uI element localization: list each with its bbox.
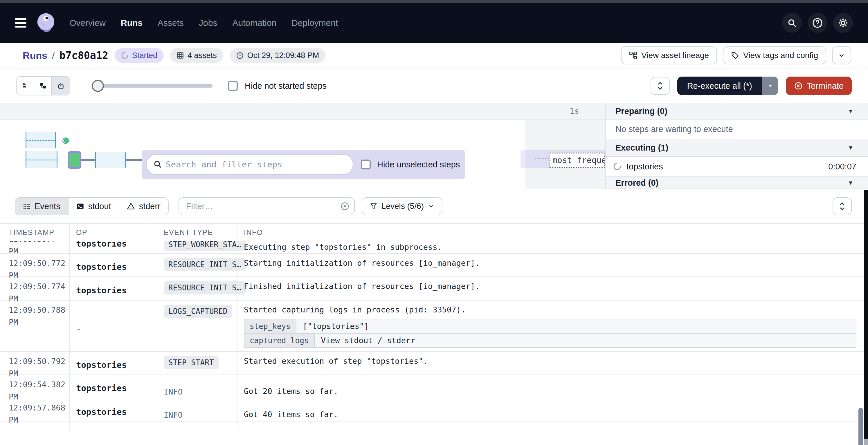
reexecute-all-button[interactable]: Re-execute all (*) (677, 77, 762, 95)
run-actions-dropdown-button[interactable] (832, 46, 851, 64)
clear-filter-icon[interactable] (340, 202, 349, 211)
zoom-slider[interactable] (93, 80, 213, 92)
funnel-icon (370, 203, 377, 210)
spinner-icon (121, 52, 129, 59)
event-type-cell: INFO (157, 375, 237, 398)
event-type-chip: STEP_WORKER_STA… (164, 241, 246, 251)
zoom-slider-track[interactable] (93, 84, 213, 88)
gantt-step-label[interactable]: most_frequent (549, 152, 605, 168)
gantt-queued-step-box[interactable] (26, 132, 56, 148)
executing-section-header[interactable]: Executing (1) ▼ (606, 139, 868, 157)
hide-not-started-checkbox[interactable] (228, 81, 238, 91)
executing-step-row[interactable]: topstories 0:00:07 (606, 157, 868, 177)
assets-count-badge[interactable]: 4 assets (170, 48, 223, 63)
reexecute-all-label: Re-execute all (*) (687, 81, 752, 91)
waterfall-view-button[interactable] (34, 77, 52, 95)
nav-item-assets[interactable]: Assets (158, 18, 184, 28)
info-cell: Got 40 items so far. (237, 398, 868, 421)
tab-events[interactable]: Events (16, 198, 68, 215)
tab-stderr[interactable]: stderr (119, 198, 168, 215)
run-header-row: Runs / b7c80a12 Started 4 assets Oct 29,… (0, 43, 868, 68)
col-header-event-type: EVENT TYPE (157, 228, 237, 237)
status-badge-label: Started (132, 51, 157, 60)
tag-icon (731, 52, 739, 60)
nav-item-automation[interactable]: Automation (232, 18, 276, 28)
errored-section-header[interactable]: Errored (0) ▼ (606, 177, 868, 189)
timestamp-cell: 12:09:54.382PM (0, 375, 69, 398)
dagster-logo-icon[interactable] (35, 11, 57, 34)
levels-filter-button[interactable]: Levels (5/6) (362, 197, 442, 215)
chevron-down-icon (838, 52, 845, 59)
collapse-triangle-icon[interactable]: ▼ (848, 108, 854, 114)
gantt-running-step-bar[interactable] (68, 151, 81, 169)
hamburger-menu-icon[interactable] (15, 16, 26, 30)
executing-title: Executing (1) (615, 143, 668, 152)
hide-unselected-checkbox[interactable] (361, 160, 371, 169)
collapse-triangle-icon[interactable]: ▼ (848, 179, 854, 186)
timestamp-cell: 12:09:50.788PM (0, 301, 69, 351)
event-row[interactable]: 12:09:54.382PM topstories INFO Got 20 it… (0, 375, 868, 398)
help-icon[interactable] (808, 13, 827, 33)
event-row[interactable]: 12:09:57.868PM topstories INFO Got 40 it… (0, 398, 868, 422)
timestamp-cell: 12:09:57.868PM (0, 398, 69, 421)
event-type-cell: LOGS_CAPTURED (157, 301, 237, 351)
expand-log-panel-button[interactable] (833, 197, 852, 215)
clock-icon (236, 52, 244, 60)
nav-item-jobs[interactable]: Jobs (199, 18, 217, 28)
start-time-badge: Oct 29, 12:09:48 PM (229, 48, 326, 63)
search-icon[interactable] (782, 13, 802, 33)
log-filter-input[interactable] (179, 197, 355, 215)
info-cell: Finished initialization of resources [io… (237, 277, 868, 300)
view-asset-lineage-button[interactable]: View asset lineage (621, 46, 717, 64)
search-steps-input[interactable] (146, 154, 353, 175)
timestamp-cell: 12:09:50.772PM (0, 254, 69, 276)
gantt-body: most_frequent Hide unselected steps (0, 120, 605, 189)
terminate-button[interactable]: Terminate (786, 77, 852, 95)
nav-icon-group (782, 13, 853, 33)
timestamp-cell: 12:09:50.774PM (0, 277, 69, 300)
reexecute-button-group: Re-execute all (*) (677, 77, 778, 95)
executing-step-name[interactable]: topstories (626, 162, 663, 171)
breadcrumb-runs-link[interactable]: Runs (23, 50, 47, 61)
reexecute-options-caret[interactable] (762, 77, 778, 95)
event-row[interactable]: 12:09:50.7PM topstories STEP_WORKER_STA…… (0, 241, 868, 254)
collapse-triangle-icon[interactable]: ▼ (848, 144, 854, 151)
chevron-down-icon (428, 203, 434, 209)
gantt-step-marker-dot[interactable] (62, 137, 69, 144)
executing-step-duration: 0:00:07 (828, 162, 857, 171)
event-metadata-table: step_keys ["topstories"] captured_logs V… (244, 319, 857, 348)
gantt-step-range-box[interactable] (95, 152, 126, 168)
table-header-row: TIMESTAMP OP EVENT TYPE INFO (0, 224, 868, 241)
event-type-chip: RESOURCE_INIT_S… (164, 258, 246, 271)
expand-collapse-panels-button[interactable] (651, 77, 670, 95)
metadata-row: captured_logs View stdout / stderr (244, 334, 856, 348)
captured-logs-link[interactable]: View stdout / stderr (315, 334, 422, 347)
view-tags-config-label: View tags and config (743, 51, 818, 60)
flat-view-button[interactable] (17, 77, 34, 95)
event-row[interactable]: 12:09:50.788PM - LOGS_CAPTURED Started c… (0, 301, 868, 352)
nav-item-runs[interactable]: Runs (121, 18, 143, 28)
up-down-chevrons-icon (838, 201, 846, 211)
event-type-chip: RESOURCE_INIT_S… (164, 281, 246, 295)
events-list-icon (23, 203, 30, 210)
nav-item-overview[interactable]: Overview (69, 18, 106, 28)
vertical-scrollbar-thumb[interactable] (859, 408, 863, 445)
preparing-section-header[interactable]: Preparing (0) ▼ (606, 103, 868, 119)
stdout-terminal-icon (76, 202, 84, 210)
caret-down-icon (767, 83, 773, 89)
preparing-empty-row: No steps are waiting to execute (606, 119, 868, 139)
timing-view-button[interactable] (52, 77, 70, 95)
event-row[interactable]: 12:09:50.792PM topstories STEP_START Sta… (0, 352, 868, 375)
scrollbar-corner (864, 439, 868, 445)
spinner-icon (613, 163, 621, 171)
view-tags-config-button[interactable]: View tags and config (723, 46, 826, 64)
zoom-slider-thumb[interactable] (92, 80, 104, 92)
event-row[interactable]: 12:09:50.772PM topstories RESOURCE_INIT_… (0, 254, 868, 277)
tab-stdout[interactable]: stdout (68, 198, 119, 215)
settings-gear-icon[interactable] (833, 13, 853, 33)
nav-item-deployment[interactable]: Deployment (291, 18, 338, 28)
event-type-chip: STEP_START (164, 356, 219, 369)
timeline-tick-label: 1s (569, 106, 579, 115)
event-row[interactable]: 12:09:50.774PM topstories RESOURCE_INIT_… (0, 277, 868, 301)
gantt-queued-step-box[interactable] (26, 151, 58, 168)
